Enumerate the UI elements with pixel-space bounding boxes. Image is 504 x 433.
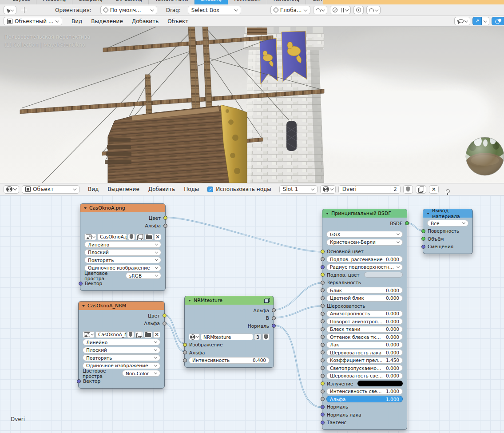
- node-editor-canvas[interactable]: Dveri: [0, 195, 504, 433]
- tab-shading[interactable]: Shading: [194, 0, 228, 4]
- bsdf-slider[interactable]: Шероховатость лака0.000: [326, 349, 403, 356]
- socket-input[interactable]: [321, 304, 325, 308]
- socket-input[interactable]: [321, 397, 325, 401]
- socket-input[interactable]: [321, 413, 325, 417]
- socket-input[interactable]: [321, 273, 325, 277]
- colorspace-dropdown[interactable]: sRGB: [126, 272, 161, 279]
- move-tool-button[interactable]: [19, 6, 29, 14]
- bsdf-slider[interactable]: Светопропускаемость0.000: [326, 365, 403, 371]
- image-name-field[interactable]: CasOknoA.png: [97, 234, 127, 240]
- visibility-dropdown-button[interactable]: [454, 17, 470, 25]
- snap-toggle-group[interactable]: [330, 6, 351, 14]
- socket-input[interactable]: [321, 335, 325, 339]
- image-unlink-button[interactable]: [153, 331, 160, 338]
- projection-dropdown[interactable]: Плоский: [84, 249, 161, 256]
- node-material-output[interactable]: Вывод материала Все Поверхность Объём См…: [423, 209, 473, 254]
- material-users-count[interactable]: 2: [390, 186, 400, 193]
- sss-method-dropdown[interactable]: Кристенсен-Берли: [326, 239, 403, 246]
- image-open-button[interactable]: [144, 331, 152, 338]
- socket-alpha-output[interactable]: [163, 224, 167, 228]
- material-browse-button[interactable]: [320, 185, 336, 194]
- node-group-nrmtexture[interactable]: NRMtexture Альфа B Нормаль: [184, 296, 274, 368]
- socket-strength-input[interactable]: [183, 358, 187, 362]
- alpha-slider-active[interactable]: Альфа1.000: [326, 396, 403, 402]
- node-header[interactable]: NRMtexture: [185, 296, 274, 305]
- socket-alpha-output[interactable]: [272, 308, 276, 312]
- menu-select[interactable]: Выделение: [104, 185, 142, 193]
- socket-input[interactable]: [321, 381, 325, 385]
- material-name-field[interactable]: Dveri 2: [338, 185, 401, 194]
- socket-volume-input[interactable]: [421, 237, 425, 241]
- bsdf-slider[interactable]: Поворот анизотропии0.000: [326, 318, 403, 325]
- gizmo-dropdown-button[interactable]: [482, 17, 489, 25]
- bsdf-slider[interactable]: Оттенок блеска ткани0.000: [326, 334, 403, 340]
- group-users-count[interactable]: 3: [254, 334, 262, 340]
- new-material-button[interactable]: [416, 185, 426, 194]
- socket-input[interactable]: [321, 319, 325, 323]
- socket-input[interactable]: [321, 366, 325, 370]
- proportional-falloff-button[interactable]: [366, 6, 381, 14]
- tab-animation[interactable]: Animation: [228, 0, 267, 4]
- snap-dropdown-button[interactable]: [313, 6, 327, 14]
- interpolation-dropdown[interactable]: Линейно: [84, 241, 161, 248]
- bsdf-slider[interactable]: Шероховатость светопропуск0.000: [326, 373, 403, 379]
- socket-color-output[interactable]: [163, 216, 167, 220]
- show-gizmo-button[interactable]: ↗: [472, 17, 482, 25]
- fake-user-button[interactable]: [403, 185, 413, 194]
- viewport-3d[interactable]: Пользовательская перспектива (1) Collect…: [0, 27, 504, 183]
- tab-uv-editing[interactable]: UV Editing: [109, 0, 149, 4]
- socket-vector-input[interactable]: [79, 282, 83, 286]
- sss-radius-dropdown[interactable]: Радиус подповерхностного рассеив...: [326, 264, 403, 270]
- node-principled-bsdf[interactable]: Принципиальный BSDF BSDF GGX Кристенсен-…: [322, 209, 407, 430]
- node-header[interactable]: CasOknoA_NRM: [79, 302, 164, 310]
- collapse-triangle-icon[interactable]: [84, 207, 87, 209]
- colorspace-dropdown[interactable]: Non-Color: [122, 370, 160, 377]
- socket-input[interactable]: [321, 265, 325, 269]
- transform-pivot-dropdown[interactable]: Глоба...: [270, 6, 310, 14]
- image-name-field[interactable]: CasOknoA_NRM: [95, 331, 126, 338]
- drag-dropdown[interactable]: Select Box: [188, 6, 241, 14]
- show-overlays-button[interactable]: [492, 17, 504, 25]
- node-header[interactable]: Принципиальный BSDF: [322, 209, 407, 218]
- socket-displacement-input[interactable]: [421, 245, 425, 249]
- image-copy-button[interactable]: [136, 234, 144, 240]
- bsdf-slider[interactable]: Анизотропность0.000: [326, 310, 403, 317]
- bsdf-slider[interactable]: Интенсивность свечения1.000: [326, 388, 403, 395]
- socket-normal-input[interactable]: [321, 405, 325, 409]
- collapse-triangle-icon[interactable]: [82, 305, 85, 307]
- tab-sculpting[interactable]: Sculpting: [72, 0, 109, 4]
- proportional-edit-button[interactable]: [353, 6, 364, 14]
- tab-layout[interactable]: Layout: [6, 0, 36, 4]
- socket-input[interactable]: [321, 296, 325, 300]
- unlink-material-button[interactable]: [429, 185, 439, 194]
- distribution-dropdown[interactable]: GGX: [326, 231, 403, 238]
- socket-input[interactable]: [321, 281, 325, 285]
- orientation-dropdown[interactable]: По умолч...: [100, 6, 157, 14]
- socket-b-output[interactable]: [272, 316, 276, 320]
- socket-input[interactable]: [321, 358, 325, 362]
- bsdf-slider[interactable]: Коэффициент преломления1.450: [326, 357, 403, 364]
- image-fake-user-button[interactable]: [127, 331, 134, 338]
- extension-dropdown[interactable]: Повторять: [84, 257, 161, 263]
- image-copy-button[interactable]: [135, 331, 143, 338]
- socket-input[interactable]: [321, 421, 325, 425]
- image-browse-button[interactable]: [83, 331, 95, 338]
- image-open-button[interactable]: [145, 234, 153, 240]
- strength-slider[interactable]: Интенсивность 0.400: [189, 357, 270, 364]
- collapse-triangle-icon[interactable]: [427, 213, 429, 215]
- sss-color-swatch[interactable]: [364, 272, 403, 278]
- menu-object[interactable]: Объект: [164, 17, 191, 25]
- shader-type-dropdown[interactable]: Объект: [22, 185, 79, 194]
- group-name-field[interactable]: NRMtexture: [201, 334, 253, 340]
- socket-input[interactable]: [321, 327, 325, 331]
- socket-color-output[interactable]: [163, 314, 167, 318]
- use-nodes-checkbox[interactable]: [207, 187, 213, 192]
- socket-input[interactable]: [321, 343, 325, 347]
- socket-input[interactable]: [321, 389, 325, 393]
- socket-bsdf-output[interactable]: [405, 221, 409, 225]
- socket-image-input[interactable]: [183, 343, 187, 347]
- extension-dropdown[interactable]: Повторять: [83, 354, 160, 361]
- image-unlink-button[interactable]: [154, 234, 161, 240]
- active-tool-button[interactable]: [4, 6, 16, 14]
- tab-rendering[interactable]: Rendering: [267, 0, 306, 4]
